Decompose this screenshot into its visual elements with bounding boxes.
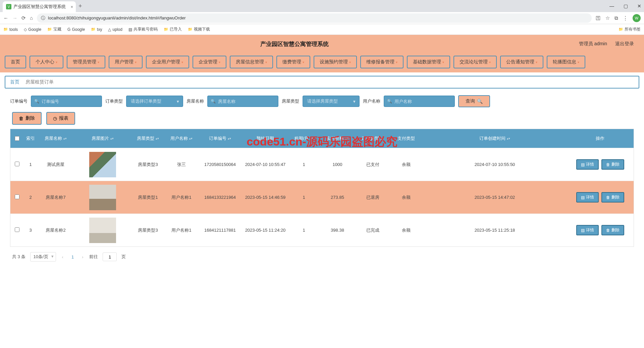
row-checkbox[interactable]	[15, 162, 19, 166]
th-ordernum[interactable]: 订单编号▴▾	[198, 135, 242, 141]
breadcrumb: 首页 房屋租赁订单	[5, 76, 639, 89]
info-icon: ⓘ	[41, 15, 45, 21]
page-number[interactable]: 1	[69, 254, 76, 259]
nav-personal[interactable]: 个人中心▾	[30, 56, 63, 68]
cell-ops: ▤详情🗑删除	[567, 189, 634, 205]
delete-button[interactable]: 🗑删除	[12, 112, 42, 125]
cell-housetype: 房屋类型3	[131, 159, 165, 170]
nav-user-mgmt[interactable]: 用户管理▾	[109, 56, 143, 68]
filter-ordertype-select[interactable]: 请选择订单类型	[126, 96, 183, 107]
bookmark-item[interactable]: ▤ 共享账号密码	[128, 26, 158, 32]
sort-icon: ▴▾	[507, 137, 510, 139]
cell-housename: 房屋名称2	[37, 225, 74, 236]
url-text: localhost:8080/zhihuigongyuguanli/admin/…	[48, 15, 185, 20]
th-ordertype[interactable]: 订单类型▴▾	[356, 135, 389, 141]
house-thumbnail	[89, 218, 116, 243]
row-delete-button[interactable]: 🗑删除	[601, 159, 624, 170]
bookmark-item[interactable]: ◇ Google	[24, 27, 41, 32]
maximize-icon[interactable]: ▢	[624, 3, 628, 9]
th-created[interactable]: 订单创建时间▴▾	[423, 135, 567, 141]
th-user[interactable]: 用户名称▴▾	[165, 135, 198, 141]
new-tab-button[interactable]: +	[78, 3, 82, 10]
pager-total: 共 3 条	[12, 254, 25, 260]
user-label[interactable]: 管理员 admin	[579, 41, 607, 47]
filter-label-username: 用户名称	[363, 98, 380, 104]
th-housename[interactable]: 房屋名称▴▾	[37, 135, 74, 141]
filter-housename-input[interactable]	[207, 96, 278, 107]
page-size-select[interactable]: 10条/页	[30, 252, 56, 262]
bookmark-item[interactable]: 视频下载	[188, 26, 210, 32]
bookmark-item[interactable]: G Google	[67, 27, 85, 32]
filter-bar: 订单编号 🔍 订单类型 请选择订单类型 房屋名称 🔍 房屋类型 请选择房屋类型 …	[0, 92, 644, 112]
forward-icon[interactable]: →	[12, 15, 17, 21]
breadcrumb-home[interactable]: 首页	[10, 79, 19, 85]
detail-button[interactable]: ▤详情	[576, 225, 599, 235]
reload-icon[interactable]: ⟳	[21, 15, 26, 21]
row-delete-button[interactable]: 🗑删除	[601, 225, 624, 235]
filter-ordernum-input[interactable]	[31, 96, 102, 107]
cell-ordertype: 已完成	[356, 225, 389, 236]
trash-icon: 🗑	[606, 162, 610, 167]
search-button[interactable]: 查询🔍	[458, 95, 490, 107]
profile-avatar[interactable]: W	[633, 14, 641, 22]
key-icon[interactable]: ⚿	[596, 15, 601, 21]
logout-link[interactable]: 退出登录	[615, 41, 634, 47]
next-page[interactable]: ›	[80, 254, 85, 259]
row-checkbox[interactable]	[15, 227, 19, 232]
bookmark-item[interactable]: 宝藏	[47, 26, 61, 32]
bookmark-item[interactable]: △ uplod	[108, 27, 122, 32]
th-price[interactable]: 实付价格▴▾	[319, 135, 356, 141]
cell-ordernum: 1684133221964	[198, 192, 242, 202]
browser-tab[interactable]: V 产业园区智慧公寓管理系统 ×	[3, 1, 76, 12]
url-input[interactable]: ⓘ localhost:8080/zhihuigongyuguanli/admi…	[37, 13, 592, 23]
close-icon[interactable]: ×	[70, 4, 73, 9]
cell-ops: ▤详情🗑删除	[567, 222, 634, 238]
report-button[interactable]: ◷报表	[46, 112, 75, 125]
th-period[interactable]: 租期/月▴▾	[289, 135, 319, 141]
minimize-icon[interactable]: —	[609, 3, 614, 9]
detail-button[interactable]: ▤详情	[576, 192, 599, 202]
select-all-checkbox[interactable]	[15, 136, 19, 141]
filter-label-ordertype: 订单类型	[105, 98, 123, 104]
th-paytype: 支付类型	[389, 135, 423, 141]
menu-icon[interactable]: ⋮	[623, 15, 628, 21]
pagination: 共 3 条 10条/页 ‹ 1 › 前往 页	[0, 247, 644, 267]
th-housetype[interactable]: 房屋类型▴▾	[131, 135, 165, 141]
bookmark-item[interactable]: txy	[91, 27, 102, 32]
nav-corp-mgmt[interactable]: 企业管理▾	[193, 56, 226, 68]
table-header: 索引 房屋名称▴▾ 房屋图片▴▾ 房屋类型▴▾ 用户名称▴▾ 订单编号▴▾ 预约…	[10, 129, 634, 148]
home-icon[interactable]: ⌂	[30, 15, 33, 21]
nav-corp-user-mgmt[interactable]: 企业用户管理▾	[146, 56, 189, 68]
bookmark-icon[interactable]: ☆	[605, 15, 610, 21]
row-checkbox[interactable]	[15, 194, 19, 199]
nav-basedata[interactable]: 基础数据管理▾	[407, 56, 450, 68]
all-bookmarks[interactable]: 所有书签	[619, 26, 641, 32]
nav-facility[interactable]: 设施预约管理▾	[314, 56, 357, 68]
chevron-down-icon: ▾	[303, 60, 304, 64]
filter-housetype-select[interactable]: 请选择房屋类型	[303, 96, 360, 107]
sort-icon: ▴▾	[110, 137, 114, 139]
cell-date: 2023-05-15 11:24:20	[242, 225, 289, 235]
nav-forum[interactable]: 交流论坛管理▾	[453, 56, 497, 68]
filter-username-input[interactable]	[384, 96, 455, 107]
nav-notice[interactable]: 公告通知管理▾	[500, 56, 543, 68]
th-image[interactable]: 房屋图片▴▾	[74, 135, 131, 141]
bookmark-item[interactable]: 已导入	[164, 26, 182, 32]
page-goto-input[interactable]	[103, 252, 117, 261]
cell-user: 张三	[165, 159, 198, 170]
nav-admin-mgmt[interactable]: 管理员管理▾	[67, 56, 105, 68]
nav-home[interactable]: 首页	[5, 56, 26, 68]
bookmark-item[interactable]: tools	[3, 27, 18, 32]
extensions-icon[interactable]: ⧉	[614, 15, 618, 21]
nav-carousel[interactable]: 轮播图信息▾	[547, 56, 585, 68]
detail-button[interactable]: ▤详情	[576, 159, 599, 170]
table-row: 1测试房屋房屋类型3张三17205801500642024-07-10 10:5…	[10, 148, 634, 181]
nav-fee-mgmt[interactable]: 缴费管理▾	[276, 56, 310, 68]
back-icon[interactable]: ←	[3, 15, 8, 21]
doc-icon: ▤	[581, 228, 585, 233]
nav-repair[interactable]: 维修报备管理▾	[360, 56, 404, 68]
row-delete-button[interactable]: 🗑删除	[601, 192, 624, 202]
prev-page[interactable]: ‹	[61, 254, 65, 259]
close-window-icon[interactable]: ✕	[637, 3, 641, 9]
nav-house-info[interactable]: 房屋信息管理▾	[230, 56, 273, 68]
